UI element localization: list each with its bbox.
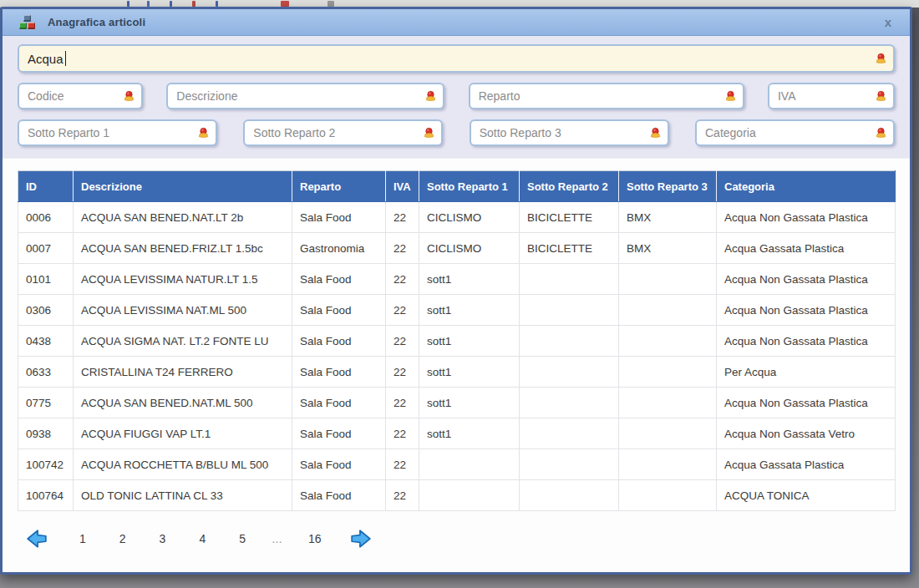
articles-cubes-icon — [19, 15, 36, 29]
table-cell: Acqua Gassata Plastica — [717, 233, 896, 264]
table-cell — [520, 295, 619, 326]
clear-field-icon[interactable] — [875, 127, 887, 139]
table-cell — [619, 357, 717, 388]
table-cell: 0438 — [18, 326, 74, 357]
table-row[interactable]: 0306ACQUA LEVISSIMA NAT.ML 500Sala Food2… — [18, 295, 896, 326]
clear-field-icon[interactable] — [423, 127, 435, 139]
table-cell: 22 — [386, 357, 419, 388]
table-cell: Per Acqua — [717, 357, 896, 388]
table-cell: Sala Food — [292, 357, 386, 388]
table-cell: ACQUA SAN BENED.NAT.LT 2b — [74, 202, 292, 233]
filter-sotto-reparto-1-input[interactable] — [18, 119, 217, 146]
table-cell: sott1 — [419, 295, 520, 326]
table-cell — [619, 480, 717, 511]
table-cell: Sala Food — [292, 264, 386, 295]
table-cell: 0633 — [18, 357, 74, 388]
table-row[interactable]: 100764OLD TONIC LATTINA CL 33Sala Food22… — [18, 480, 896, 511]
page-numbers-container: 12345…16 — [63, 528, 338, 550]
global-search-input[interactable] — [18, 44, 895, 73]
table-cell: sott1 — [419, 357, 520, 388]
table-cell: 22 — [386, 295, 419, 326]
table-cell: 0006 — [18, 202, 74, 233]
table-cell: CICLISMO — [419, 202, 520, 233]
table-row[interactable]: 0007ACQUA SAN BENED.FRIZ.LT 1.5bcGastron… — [18, 233, 896, 264]
filter-row-2 — [18, 119, 895, 146]
window-titlebar: Anagrafica articoli x — [3, 9, 910, 36]
filter-descrizione-input[interactable] — [166, 83, 444, 109]
table-cell: ACQUA FIUGGI VAP LT.1 — [74, 418, 292, 449]
filter-sotto-reparto-2-input[interactable] — [243, 119, 443, 146]
table-cell: ACQUA SIGMA NAT. LT.2 FONTE LU — [74, 326, 292, 357]
table-cell — [520, 418, 619, 449]
table-row[interactable]: 100742ACQUA ROCCHETTA B/BLU ML 500Sala F… — [18, 449, 896, 480]
table-cell: ACQUA ROCCHETTA B/BLU ML 500 — [74, 449, 292, 480]
table-cell: 22 — [386, 233, 419, 264]
table-row[interactable]: 0775ACQUA SAN BENED.NAT.ML 500Sala Food2… — [18, 388, 896, 418]
column-header: ID — [18, 171, 74, 202]
page-number[interactable]: 1 — [72, 528, 94, 550]
table-cell — [520, 449, 619, 480]
table-cell: BICICLETTE — [520, 233, 619, 264]
table-cell: ACQUA LEVISSIMA NAT.ML 500 — [74, 295, 292, 326]
clear-field-icon[interactable] — [123, 90, 135, 103]
table-row[interactable]: 0006ACQUA SAN BENED.NAT.LT 2bSala Food22… — [18, 202, 896, 233]
column-header: Descrizione — [74, 171, 292, 202]
column-header: IVA — [386, 171, 419, 202]
filter-categoria-input[interactable] — [695, 119, 895, 146]
clear-field-icon[interactable] — [197, 127, 210, 139]
table-cell: Sala Food — [292, 202, 386, 233]
page-number[interactable]: 2 — [112, 528, 134, 550]
table-row[interactable]: 0438ACQUA SIGMA NAT. LT.2 FONTE LUSala F… — [18, 326, 896, 357]
clear-field-icon[interactable] — [724, 90, 737, 103]
page-number[interactable]: 16 — [301, 528, 329, 550]
table-cell: 22 — [386, 418, 419, 449]
table-cell — [619, 388, 717, 418]
table-row[interactable]: 0633CRISTALLINA T24 FERREROSala Food22so… — [18, 357, 896, 388]
table-cell — [619, 295, 717, 326]
clear-field-icon[interactable] — [649, 127, 662, 139]
previous-page-icon[interactable] — [26, 529, 48, 549]
table-cell — [619, 418, 717, 449]
table-cell: Sala Food — [292, 449, 386, 480]
next-page-icon[interactable] — [350, 529, 372, 549]
table-cell: Sala Food — [292, 480, 386, 511]
table-cell: Acqua Non Gassata Plastica — [717, 202, 896, 233]
page-number[interactable]: 3 — [152, 528, 174, 550]
table-row[interactable]: 0938ACQUA FIUGGI VAP LT.1Sala Food22sott… — [18, 418, 896, 449]
table-cell: 22 — [386, 264, 419, 295]
table-cell: 0938 — [18, 418, 74, 449]
table-cell: Gastronomia — [292, 233, 386, 264]
table-cell: Acqua Non Gassata Plastica — [717, 264, 896, 295]
search-row — [18, 44, 895, 73]
table-cell — [520, 357, 619, 388]
close-icon[interactable]: x — [881, 14, 895, 30]
table-cell: ACQUA LEVISSIMA NATUR.LT 1.5 — [74, 264, 292, 295]
table-cell: sott1 — [419, 326, 520, 357]
table-cell: BICICLETTE — [520, 202, 619, 233]
column-header: Sotto Reparto 3 — [619, 171, 717, 202]
table-cell: BMX — [619, 233, 717, 264]
table-row[interactable]: 0101ACQUA LEVISSIMA NATUR.LT 1.5Sala Foo… — [18, 264, 896, 295]
column-header: Categoria — [717, 171, 896, 202]
table-cell — [619, 326, 717, 357]
table-cell: Acqua Non Gassata Plastica — [717, 326, 896, 357]
page-number[interactable]: 5 — [231, 528, 253, 550]
table-cell: sott1 — [419, 388, 520, 418]
table-cell: 22 — [386, 202, 419, 233]
table-cell: ACQUA SAN BENED.FRIZ.LT 1.5bc — [74, 233, 292, 264]
column-header: Sotto Reparto 2 — [520, 171, 619, 202]
page-ellipsis: … — [264, 529, 290, 550]
filter-reparto-input[interactable] — [469, 83, 744, 109]
clear-field-icon[interactable] — [875, 53, 887, 65]
clear-field-icon[interactable] — [875, 90, 887, 103]
table-cell — [520, 388, 619, 418]
table-cell — [520, 264, 619, 295]
table-cell: ACQUA SAN BENED.NAT.ML 500 — [74, 388, 292, 418]
page-number[interactable]: 4 — [191, 528, 213, 550]
table-cell: Acqua Non Gassata Plastica — [717, 295, 896, 326]
clear-field-icon[interactable] — [424, 90, 437, 103]
text-cursor — [65, 51, 66, 66]
table-cell: Sala Food — [292, 295, 386, 326]
filter-sotto-reparto-3-input[interactable] — [470, 119, 669, 146]
table-cell: Sala Food — [292, 326, 386, 357]
